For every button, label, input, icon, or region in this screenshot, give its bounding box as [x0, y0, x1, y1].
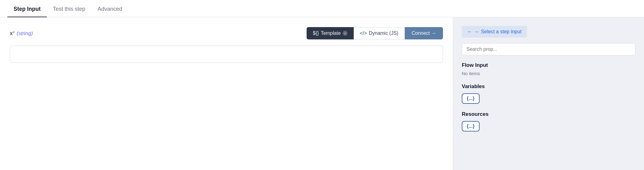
flow-input-empty: No items: [462, 71, 635, 76]
search-prop-input[interactable]: [462, 43, 635, 55]
select-step-input-button[interactable]: ← ← Select a step input: [462, 26, 527, 38]
template-button[interactable]: ${} Template i: [307, 27, 354, 39]
select-step-label: ← Select a step input: [475, 29, 521, 34]
dynamic-icon: </>: [360, 30, 367, 36]
main-content: x*(string) ${} Template i </> Dynamic (J…: [0, 17, 644, 170]
field-row: x*(string) ${} Template i </> Dynamic (J…: [10, 27, 443, 39]
field-label: x*(string): [10, 30, 33, 37]
dynamic-label: Dynamic (JS): [369, 30, 398, 36]
template-icon: ${}: [313, 30, 319, 36]
variables-badge[interactable]: {...}: [462, 93, 480, 104]
variables-section: Variables {...}: [462, 83, 635, 104]
button-group: ${} Template i </> Dynamic (JS) Connect …: [307, 27, 443, 39]
info-icon[interactable]: i: [343, 31, 348, 36]
dynamic-js-button[interactable]: </> Dynamic (JS): [354, 27, 405, 39]
x-input[interactable]: [10, 46, 443, 63]
tab-step-input[interactable]: Step Input: [7, 2, 47, 18]
left-panel: x*(string) ${} Template i </> Dynamic (J…: [0, 17, 453, 170]
right-panel: ← ← Select a step input Flow Input No it…: [453, 17, 644, 170]
tab-advanced[interactable]: Advanced: [91, 2, 128, 18]
template-label: Template: [321, 30, 341, 36]
tab-test-step[interactable]: Test this step: [47, 2, 91, 18]
resources-section: Resources {...}: [462, 111, 635, 132]
flow-input-title: Flow Input: [462, 62, 635, 68]
arrow-left-icon: ←: [467, 29, 472, 34]
resources-badge[interactable]: {...}: [462, 121, 480, 132]
connect-label: Connect →: [412, 30, 436, 36]
variables-title: Variables: [462, 83, 635, 90]
tab-bar: Step Input Test this step Advanced: [0, 0, 644, 17]
connect-button[interactable]: Connect →: [405, 27, 443, 39]
resources-title: Resources: [462, 111, 635, 117]
